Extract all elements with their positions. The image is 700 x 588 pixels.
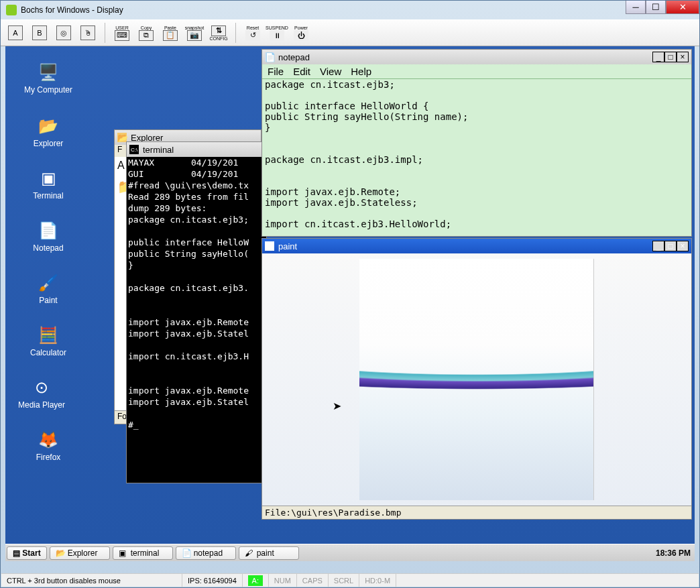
- bochs-controls: ─ ☐ ✕: [626, 1, 699, 14]
- bochs-icon: [6, 5, 17, 15]
- bochs-toolbar: A B ◎ 🖱 USER⌨ Copy⧉ Paste📋 snapshot📷 ⇅CO…: [1, 19, 699, 46]
- minimize-button[interactable]: ─: [626, 1, 646, 14]
- paint-window[interactable]: 🖌 paint _ □ × ➤ File:\gui\res\Paradise.b…: [261, 238, 692, 520]
- cursor-icon: ➤: [333, 400, 341, 412]
- paint-canvas[interactable]: ➤: [262, 253, 691, 506]
- paint-icon: 🖌️: [36, 272, 61, 294]
- bochs-window: Bochs for Windows - Display ─ ☐ ✕ A B ◎ …: [0, 0, 700, 588]
- status-num: NUM: [269, 574, 297, 587]
- reset-button[interactable]: Reset↺: [243, 21, 262, 44]
- notepad-icon: 📄: [265, 52, 274, 62]
- help-menu[interactable]: Help: [351, 66, 371, 77]
- user-button[interactable]: USER⌨: [113, 21, 131, 44]
- cdrom-button[interactable]: ◎: [54, 21, 73, 44]
- desktop-icon-label: Paint: [21, 296, 75, 305]
- desktop-icon-label: Media Player: [15, 400, 68, 410]
- task-icon: 📂: [56, 548, 65, 558]
- status-scrl: SCRL: [329, 574, 359, 587]
- task-icon: 📄: [182, 548, 191, 558]
- edit-menu[interactable]: Edit: [293, 66, 310, 77]
- file-menu[interactable]: File: [268, 66, 284, 77]
- start-button[interactable]: ▤ Start: [7, 546, 47, 560]
- view-menu[interactable]: View: [320, 66, 341, 77]
- wave-graphic-icon: [359, 359, 594, 406]
- close-button[interactable]: ✕: [666, 1, 699, 14]
- notepad-title: notepad: [278, 52, 310, 62]
- status-hd: HD:0-M: [359, 574, 396, 587]
- paint-title: paint: [278, 241, 297, 251]
- explorer-icon: 📂: [36, 115, 61, 137]
- guest-desktop[interactable]: 🦊Firefox⊙Media Player🧮Calculator🖌️Paint📄…: [5, 46, 695, 544]
- bochs-statusbar: CTRL + 3rd button disables mouse IPS: 61…: [1, 573, 699, 587]
- bochs-title-text: Bochs for Windows - Display: [21, 5, 123, 15]
- paint-icon: 🖌: [265, 241, 274, 251]
- task-label: terminal: [131, 548, 160, 558]
- desktop-icon-label: Firefox: [21, 453, 75, 462]
- desktop-icon-label: Terminal: [21, 191, 75, 200]
- guest-taskbar: ▤ Start 📂Explorer▣terminal📄notepad🖌paint…: [5, 544, 695, 561]
- paste-button[interactable]: Paste📋: [161, 21, 180, 44]
- separator-icon: [235, 23, 236, 43]
- desktop-icon-my-computer[interactable]: 🖥️My Computer: [21, 61, 75, 95]
- task-terminal[interactable]: ▣terminal: [113, 546, 173, 560]
- start-icon: ▤: [13, 548, 22, 558]
- task-paint[interactable]: 🖌paint: [239, 546, 299, 560]
- copy-button[interactable]: Copy⧉: [137, 21, 156, 44]
- power-button[interactable]: Power⏻: [292, 21, 310, 44]
- config-button[interactable]: ⇅CONFIG: [209, 21, 228, 44]
- paint-titlebar[interactable]: 🖌 paint _ □ ×: [262, 239, 691, 253]
- task-explorer[interactable]: 📂Explorer: [50, 546, 110, 560]
- desktop-icon-explorer[interactable]: 📂Explorer: [21, 115, 75, 148]
- terminal-icon: ▣: [36, 167, 61, 190]
- terminal-output[interactable]: MAYAX 04/19/201 GUI 04/19/201 #fread \gu…: [127, 157, 266, 483]
- separator-icon: [105, 23, 105, 43]
- notepad-window[interactable]: 📄 notepad _ □ × File Edit View Help pack…: [261, 49, 692, 237]
- desktop-icon-label: My Computer: [21, 85, 75, 95]
- notepad-icon: 📄: [36, 219, 61, 242]
- desktop-icon-terminal[interactable]: ▣Terminal: [21, 167, 75, 200]
- desktop-icon-calculator[interactable]: 🧮Calculator: [21, 324, 75, 357]
- status-caps: CAPS: [297, 574, 329, 587]
- my-computer-icon: 🖥️: [36, 61, 61, 84]
- terminal-titlebar[interactable]: C:\ terminal: [127, 142, 266, 157]
- status-ips: IPS: 61649094: [182, 574, 243, 587]
- desktop-icon-label: Calculator: [21, 348, 75, 357]
- desktop-icon-notepad[interactable]: 📄Notepad: [21, 219, 75, 253]
- suspend-button[interactable]: SUSPEND⏸: [268, 21, 286, 44]
- paint-close-button[interactable]: ×: [677, 241, 689, 251]
- paint-min-button[interactable]: _: [652, 241, 664, 251]
- status-hint: CTRL + 3rd button disables mouse: [1, 574, 182, 587]
- notepad-max-button[interactable]: □: [664, 52, 677, 62]
- drive-a-button[interactable]: A: [6, 21, 25, 44]
- calculator-icon: 🧮: [36, 324, 61, 347]
- paint-image: [359, 259, 594, 500]
- task-notepad[interactable]: 📄notepad: [176, 546, 236, 560]
- notepad-textarea[interactable]: package cn.itcast.ejb3; public interface…: [262, 79, 691, 236]
- mouse-button[interactable]: 🖱: [78, 21, 97, 44]
- folder-icon: 📂: [117, 133, 127, 142]
- taskbar-clock: 18:36 PM: [656, 548, 691, 558]
- task-label: paint: [257, 548, 274, 558]
- desktop-icon-media-player[interactable]: ⊙Media Player: [15, 376, 68, 410]
- snapshot-button[interactable]: snapshot📷: [185, 21, 204, 44]
- task-label: Explorer: [68, 548, 98, 558]
- terminal-window[interactable]: C:\ terminal MAYAX 04/19/201 GUI 04/19/2…: [126, 141, 267, 483]
- desktop-icon-paint[interactable]: 🖌️Paint: [21, 272, 75, 305]
- bochs-titlebar[interactable]: Bochs for Windows - Display: [1, 1, 699, 19]
- terminal-icon: C:\: [129, 145, 139, 154]
- task-icon: 🖌: [245, 548, 254, 558]
- firefox-icon: 🦊: [36, 428, 61, 451]
- desktop-icon-label: Explorer: [21, 139, 75, 148]
- desktop-icon-firefox[interactable]: 🦊Firefox: [21, 428, 75, 462]
- drive-b-button[interactable]: B: [30, 21, 49, 44]
- terminal-title: terminal: [143, 145, 174, 155]
- paint-max-button[interactable]: □: [664, 241, 677, 251]
- notepad-titlebar[interactable]: 📄 notepad _ □ ×: [262, 50, 691, 64]
- status-drive-a: A:: [243, 574, 269, 587]
- notepad-close-button[interactable]: ×: [677, 52, 689, 62]
- notepad-min-button[interactable]: _: [652, 52, 664, 62]
- paint-status: File:\gui\res\Paradise.bmp: [262, 506, 691, 519]
- media-player-icon: ⊙: [29, 376, 54, 399]
- task-label: notepad: [194, 548, 223, 558]
- maximize-button[interactable]: ☐: [646, 1, 666, 14]
